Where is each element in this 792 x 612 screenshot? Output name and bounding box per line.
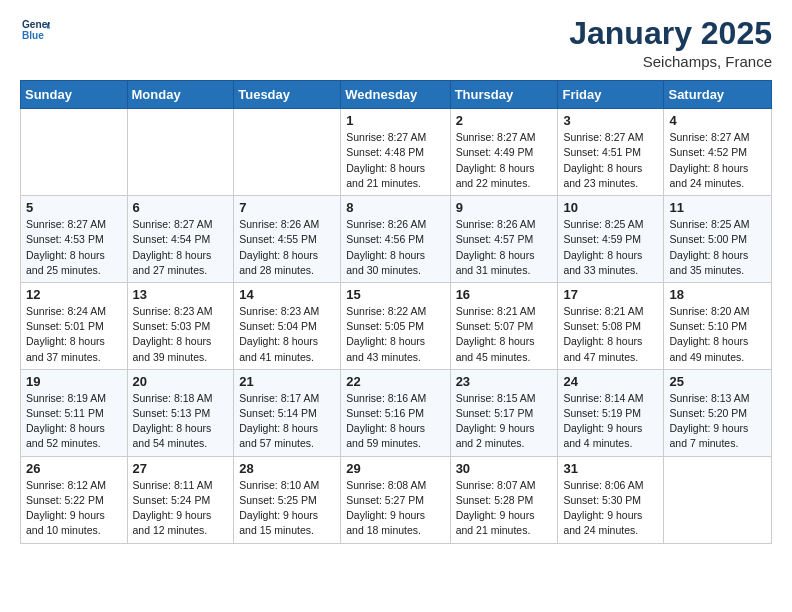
svg-text:General: General xyxy=(22,19,50,30)
cell-info-text: Sunrise: 8:16 AM Sunset: 5:16 PM Dayligh… xyxy=(346,391,444,452)
cell-2-1: 5Sunrise: 8:27 AM Sunset: 4:53 PM Daylig… xyxy=(21,196,128,283)
cell-info-text: Sunrise: 8:23 AM Sunset: 5:03 PM Dayligh… xyxy=(133,304,229,365)
cell-4-1: 19Sunrise: 8:19 AM Sunset: 5:11 PM Dayli… xyxy=(21,369,128,456)
cell-4-4: 22Sunrise: 8:16 AM Sunset: 5:16 PM Dayli… xyxy=(341,369,450,456)
cell-4-5: 23Sunrise: 8:15 AM Sunset: 5:17 PM Dayli… xyxy=(450,369,558,456)
svg-text:Blue: Blue xyxy=(22,30,44,41)
cell-info-text: Sunrise: 8:07 AM Sunset: 5:28 PM Dayligh… xyxy=(456,478,553,539)
cell-info-text: Sunrise: 8:27 AM Sunset: 4:48 PM Dayligh… xyxy=(346,130,444,191)
header-saturday: Saturday xyxy=(664,81,772,109)
cell-1-4: 1Sunrise: 8:27 AM Sunset: 4:48 PM Daylig… xyxy=(341,109,450,196)
cell-day-number: 18 xyxy=(669,287,766,302)
cell-5-2: 27Sunrise: 8:11 AM Sunset: 5:24 PM Dayli… xyxy=(127,456,234,543)
cell-day-number: 10 xyxy=(563,200,658,215)
cell-info-text: Sunrise: 8:27 AM Sunset: 4:53 PM Dayligh… xyxy=(26,217,122,278)
header-sunday: Sunday xyxy=(21,81,128,109)
cell-3-3: 14Sunrise: 8:23 AM Sunset: 5:04 PM Dayli… xyxy=(234,282,341,369)
cell-day-number: 31 xyxy=(563,461,658,476)
cell-day-number: 30 xyxy=(456,461,553,476)
cell-1-3 xyxy=(234,109,341,196)
cell-day-number: 15 xyxy=(346,287,444,302)
cell-day-number: 16 xyxy=(456,287,553,302)
cell-1-6: 3Sunrise: 8:27 AM Sunset: 4:51 PM Daylig… xyxy=(558,109,664,196)
cell-info-text: Sunrise: 8:27 AM Sunset: 4:49 PM Dayligh… xyxy=(456,130,553,191)
cell-day-number: 5 xyxy=(26,200,122,215)
cell-info-text: Sunrise: 8:27 AM Sunset: 4:51 PM Dayligh… xyxy=(563,130,658,191)
header-monday: Monday xyxy=(127,81,234,109)
cell-day-number: 9 xyxy=(456,200,553,215)
cell-day-number: 14 xyxy=(239,287,335,302)
cell-2-3: 7Sunrise: 8:26 AM Sunset: 4:55 PM Daylig… xyxy=(234,196,341,283)
cell-day-number: 20 xyxy=(133,374,229,389)
cell-2-4: 8Sunrise: 8:26 AM Sunset: 4:56 PM Daylig… xyxy=(341,196,450,283)
cell-day-number: 2 xyxy=(456,113,553,128)
cell-day-number: 23 xyxy=(456,374,553,389)
cell-info-text: Sunrise: 8:25 AM Sunset: 5:00 PM Dayligh… xyxy=(669,217,766,278)
calendar-body: 1Sunrise: 8:27 AM Sunset: 4:48 PM Daylig… xyxy=(21,109,772,543)
cell-5-4: 29Sunrise: 8:08 AM Sunset: 5:27 PM Dayli… xyxy=(341,456,450,543)
weekday-header-row: Sunday Monday Tuesday Wednesday Thursday… xyxy=(21,81,772,109)
logo: General Blue xyxy=(20,16,50,48)
cell-info-text: Sunrise: 8:11 AM Sunset: 5:24 PM Dayligh… xyxy=(133,478,229,539)
cell-info-text: Sunrise: 8:21 AM Sunset: 5:08 PM Dayligh… xyxy=(563,304,658,365)
cell-3-7: 18Sunrise: 8:20 AM Sunset: 5:10 PM Dayli… xyxy=(664,282,772,369)
cell-5-3: 28Sunrise: 8:10 AM Sunset: 5:25 PM Dayli… xyxy=(234,456,341,543)
cell-day-number: 28 xyxy=(239,461,335,476)
cell-day-number: 29 xyxy=(346,461,444,476)
cell-5-7 xyxy=(664,456,772,543)
cell-day-number: 12 xyxy=(26,287,122,302)
cell-5-5: 30Sunrise: 8:07 AM Sunset: 5:28 PM Dayli… xyxy=(450,456,558,543)
cell-4-6: 24Sunrise: 8:14 AM Sunset: 5:19 PM Dayli… xyxy=(558,369,664,456)
cell-2-6: 10Sunrise: 8:25 AM Sunset: 4:59 PM Dayli… xyxy=(558,196,664,283)
logo-icon: General Blue xyxy=(22,16,50,44)
cell-4-2: 20Sunrise: 8:18 AM Sunset: 5:13 PM Dayli… xyxy=(127,369,234,456)
cell-day-number: 19 xyxy=(26,374,122,389)
cell-2-5: 9Sunrise: 8:26 AM Sunset: 4:57 PM Daylig… xyxy=(450,196,558,283)
cell-info-text: Sunrise: 8:27 AM Sunset: 4:52 PM Dayligh… xyxy=(669,130,766,191)
cell-1-2 xyxy=(127,109,234,196)
cell-info-text: Sunrise: 8:26 AM Sunset: 4:56 PM Dayligh… xyxy=(346,217,444,278)
cell-day-number: 3 xyxy=(563,113,658,128)
cell-info-text: Sunrise: 8:25 AM Sunset: 4:59 PM Dayligh… xyxy=(563,217,658,278)
cell-info-text: Sunrise: 8:26 AM Sunset: 4:57 PM Dayligh… xyxy=(456,217,553,278)
cell-info-text: Sunrise: 8:21 AM Sunset: 5:07 PM Dayligh… xyxy=(456,304,553,365)
cell-5-1: 26Sunrise: 8:12 AM Sunset: 5:22 PM Dayli… xyxy=(21,456,128,543)
header-friday: Friday xyxy=(558,81,664,109)
cell-1-1 xyxy=(21,109,128,196)
cell-day-number: 17 xyxy=(563,287,658,302)
cell-day-number: 27 xyxy=(133,461,229,476)
cell-1-7: 4Sunrise: 8:27 AM Sunset: 4:52 PM Daylig… xyxy=(664,109,772,196)
cell-day-number: 11 xyxy=(669,200,766,215)
cell-day-number: 21 xyxy=(239,374,335,389)
cell-day-number: 1 xyxy=(346,113,444,128)
cell-day-number: 8 xyxy=(346,200,444,215)
cell-1-5: 2Sunrise: 8:27 AM Sunset: 4:49 PM Daylig… xyxy=(450,109,558,196)
cell-3-6: 17Sunrise: 8:21 AM Sunset: 5:08 PM Dayli… xyxy=(558,282,664,369)
cell-3-5: 16Sunrise: 8:21 AM Sunset: 5:07 PM Dayli… xyxy=(450,282,558,369)
cell-info-text: Sunrise: 8:13 AM Sunset: 5:20 PM Dayligh… xyxy=(669,391,766,452)
cell-info-text: Sunrise: 8:20 AM Sunset: 5:10 PM Dayligh… xyxy=(669,304,766,365)
cell-3-1: 12Sunrise: 8:24 AM Sunset: 5:01 PM Dayli… xyxy=(21,282,128,369)
cell-info-text: Sunrise: 8:15 AM Sunset: 5:17 PM Dayligh… xyxy=(456,391,553,452)
cell-day-number: 6 xyxy=(133,200,229,215)
cell-info-text: Sunrise: 8:08 AM Sunset: 5:27 PM Dayligh… xyxy=(346,478,444,539)
cell-day-number: 26 xyxy=(26,461,122,476)
cell-4-7: 25Sunrise: 8:13 AM Sunset: 5:20 PM Dayli… xyxy=(664,369,772,456)
cell-3-4: 15Sunrise: 8:22 AM Sunset: 5:05 PM Dayli… xyxy=(341,282,450,369)
week-row-3: 12Sunrise: 8:24 AM Sunset: 5:01 PM Dayli… xyxy=(21,282,772,369)
cell-info-text: Sunrise: 8:27 AM Sunset: 4:54 PM Dayligh… xyxy=(133,217,229,278)
cell-info-text: Sunrise: 8:10 AM Sunset: 5:25 PM Dayligh… xyxy=(239,478,335,539)
cell-day-number: 22 xyxy=(346,374,444,389)
cell-info-text: Sunrise: 8:24 AM Sunset: 5:01 PM Dayligh… xyxy=(26,304,122,365)
week-row-5: 26Sunrise: 8:12 AM Sunset: 5:22 PM Dayli… xyxy=(21,456,772,543)
cell-info-text: Sunrise: 8:19 AM Sunset: 5:11 PM Dayligh… xyxy=(26,391,122,452)
week-row-4: 19Sunrise: 8:19 AM Sunset: 5:11 PM Dayli… xyxy=(21,369,772,456)
cell-5-6: 31Sunrise: 8:06 AM Sunset: 5:30 PM Dayli… xyxy=(558,456,664,543)
header-wednesday: Wednesday xyxy=(341,81,450,109)
week-row-1: 1Sunrise: 8:27 AM Sunset: 4:48 PM Daylig… xyxy=(21,109,772,196)
cell-info-text: Sunrise: 8:17 AM Sunset: 5:14 PM Dayligh… xyxy=(239,391,335,452)
cell-info-text: Sunrise: 8:23 AM Sunset: 5:04 PM Dayligh… xyxy=(239,304,335,365)
header-tuesday: Tuesday xyxy=(234,81,341,109)
calendar-title: January 2025 xyxy=(569,16,772,51)
cell-2-7: 11Sunrise: 8:25 AM Sunset: 5:00 PM Dayli… xyxy=(664,196,772,283)
